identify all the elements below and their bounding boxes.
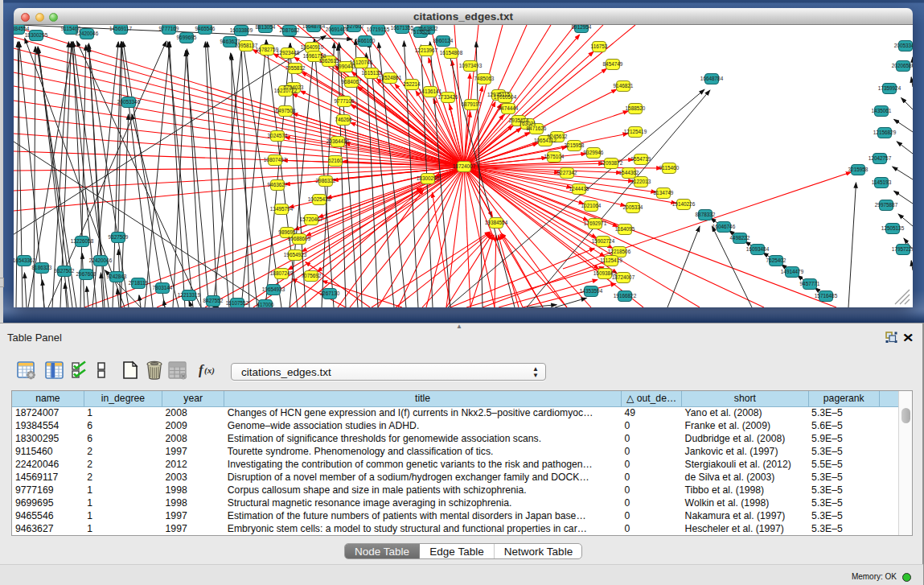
svg-text:8134749: 8134749	[654, 190, 674, 196]
svg-text:10958137: 10958137	[235, 43, 258, 48]
svg-text:7075692: 7075692	[302, 273, 322, 278]
svg-text:13524861: 13524861	[379, 75, 402, 80]
svg-text:17957223: 17957223	[892, 246, 913, 252]
svg-text:1164095: 1164095	[615, 226, 635, 232]
svg-text:9245612: 9245612	[548, 134, 568, 139]
svg-text:9227342: 9227342	[557, 170, 577, 175]
svg-text:1122013: 1122013	[631, 179, 651, 184]
svg-text:8960124: 8960124	[433, 38, 454, 43]
svg-text:14136141: 14136141	[419, 89, 442, 94]
svg-text:20206586: 20206586	[892, 63, 913, 68]
svg-text:29975887: 29975887	[875, 202, 898, 208]
svg-text:9146821: 9146821	[614, 83, 634, 89]
svg-text:15720407: 15720407	[300, 216, 323, 222]
svg-text:16107552: 16107552	[226, 300, 249, 306]
svg-text:10807487: 10807487	[264, 157, 287, 163]
svg-text:9115460: 9115460	[659, 165, 680, 171]
svg-text:2087682: 2087682	[280, 27, 300, 33]
svg-text:15902724: 15902724	[592, 238, 615, 244]
svg-text:7485063: 7485063	[474, 76, 495, 81]
svg-text:6466160: 6466160	[355, 38, 376, 43]
svg-text:2967608: 2967608	[76, 271, 97, 277]
svg-text:9699695: 9699695	[177, 35, 197, 40]
svg-text:14914479: 14914479	[781, 269, 804, 274]
svg-text:10719155: 10719155	[367, 27, 390, 32]
svg-text:9474444: 9474444	[499, 105, 519, 111]
svg-text:12213967: 12213967	[415, 47, 438, 53]
svg-text:17359924: 17359924	[878, 85, 901, 91]
svg-text:10688609: 10688609	[288, 236, 311, 241]
svg-text:22420046: 22420046	[76, 31, 99, 36]
svg-text:1145193: 1145193	[872, 179, 892, 185]
svg-text:16154808: 16154808	[440, 50, 463, 56]
svg-text:8912954: 8912954	[572, 25, 592, 30]
svg-text:16093484: 16093484	[746, 246, 770, 252]
svg-text:16120746: 16120746	[350, 60, 373, 65]
svg-text:12213319: 12213319	[178, 292, 201, 298]
svg-text:9684067: 9684067	[342, 79, 362, 84]
svg-text:1244415: 1244415	[569, 186, 589, 192]
svg-text:9327502: 9327502	[55, 268, 75, 274]
svg-text:20053346: 20053346	[117, 99, 141, 105]
svg-text:18300295: 18300295	[417, 175, 440, 181]
svg-text:2005334: 2005334	[623, 204, 643, 210]
svg-text:746266: 746266	[335, 117, 352, 122]
svg-text:3024574: 3024574	[268, 133, 288, 138]
svg-text:8471626: 8471626	[527, 126, 547, 131]
svg-text:19384554: 19384554	[14, 26, 30, 31]
svg-text:62160: 62160	[328, 158, 343, 163]
svg-text:18640910: 18640910	[301, 44, 324, 50]
svg-text:14569117: 14569117	[109, 26, 132, 31]
svg-text:989695: 989695	[278, 229, 296, 235]
svg-text:2986322: 2986322	[316, 178, 336, 183]
svg-text:20053346: 20053346	[894, 43, 913, 48]
svg-text:19166822: 19166822	[614, 293, 637, 299]
svg-text:2718119: 2718119	[129, 280, 149, 286]
svg-text:9327509: 9327509	[109, 234, 129, 240]
svg-text:116753: 116753	[591, 43, 608, 49]
svg-text:9329946: 9329946	[584, 150, 604, 155]
svg-text:16210722: 16210722	[274, 88, 298, 93]
svg-text:7803144: 7803144	[153, 285, 173, 290]
svg-text:9777169: 9777169	[159, 26, 179, 31]
svg-text:19654933: 19654933	[262, 286, 285, 292]
svg-text:4498222: 4498222	[730, 235, 750, 241]
svg-text:1021064: 1021064	[581, 203, 602, 208]
svg-text:12218506: 12218506	[608, 249, 631, 254]
svg-text:12505135: 12505135	[881, 225, 905, 231]
svg-text:13226058: 13226058	[71, 238, 94, 244]
svg-text:(x): (x)	[204, 365, 215, 376]
svg-text:10973493: 10973493	[459, 63, 483, 68]
svg-text:17692971: 17692971	[584, 220, 607, 226]
svg-text:1435061: 1435061	[872, 108, 892, 113]
svg-text:13495794: 13495794	[270, 206, 294, 212]
svg-text:12156829: 12156829	[873, 130, 897, 135]
svg-text:19384554: 19384554	[485, 220, 508, 225]
svg-text:3215958: 3215958	[848, 167, 869, 172]
svg-text:1733426: 1733426	[438, 94, 458, 100]
svg-text:19654923: 19654923	[284, 252, 307, 257]
svg-text:12923448: 12923448	[277, 50, 300, 56]
svg-text:1362615: 1362615	[319, 58, 339, 64]
svg-text:9463627: 9463627	[268, 182, 288, 187]
svg-text:7625402: 7625402	[766, 257, 786, 263]
svg-text:9554719: 9554719	[631, 156, 651, 162]
svg-text:16648784: 16648784	[700, 76, 724, 81]
svg-text:3215958: 3215958	[565, 142, 585, 148]
svg-text:9777109: 9777109	[335, 98, 355, 104]
svg-text:9465546: 9465546	[195, 26, 216, 31]
svg-text:12125419: 12125419	[624, 129, 647, 134]
svg-text:1588520: 1588520	[626, 105, 646, 111]
svg-text:18724007: 18724007	[612, 274, 635, 280]
svg-text:8454749: 8454749	[603, 61, 623, 67]
svg-text:9242843: 9242843	[107, 274, 127, 279]
svg-text:8186323: 8186323	[32, 265, 52, 270]
svg-text:8813054: 8813054	[256, 25, 276, 30]
svg-text:7663822: 7663822	[418, 26, 438, 31]
svg-text:6497508: 6497508	[276, 108, 296, 113]
svg-text:18724007: 18724007	[453, 163, 476, 169]
svg-text:9457771: 9457771	[800, 281, 820, 286]
svg-text:417006: 417006	[257, 302, 274, 307]
svg-text:16046746: 16046746	[713, 224, 736, 229]
svg-text:252214: 252214	[403, 81, 421, 87]
